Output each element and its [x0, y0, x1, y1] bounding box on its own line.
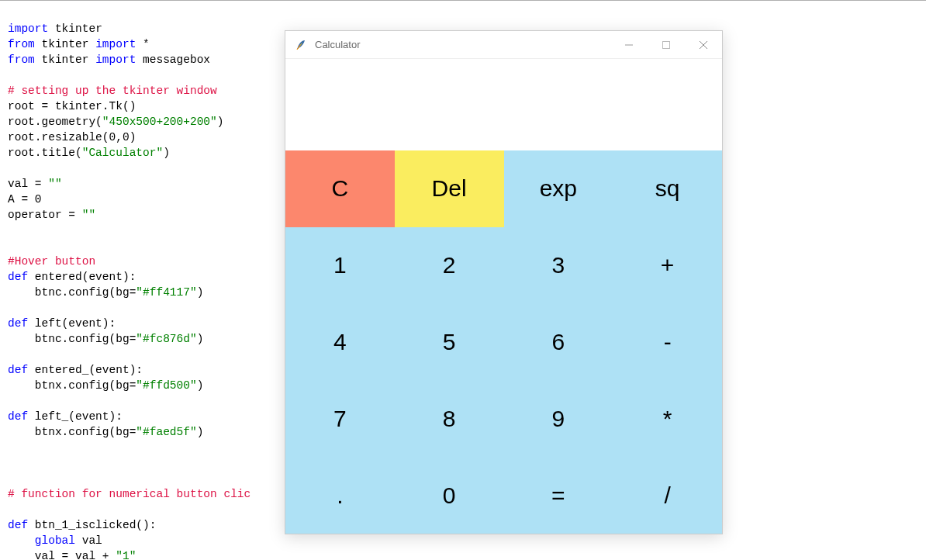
- clear-button[interactable]: C: [285, 150, 395, 227]
- digit-6-button[interactable]: 6: [504, 304, 613, 381]
- digit-1-button[interactable]: 1: [285, 227, 395, 304]
- code-token: val: [75, 534, 102, 547]
- code-token: def: [8, 364, 28, 376]
- code-token: tkinter: [35, 38, 95, 50]
- code-token: *: [136, 38, 149, 50]
- code-token: root.title(: [8, 147, 82, 159]
- exp-button[interactable]: exp: [504, 150, 613, 227]
- digit-9-button[interactable]: 9: [504, 380, 613, 457]
- code-string: "": [48, 178, 61, 190]
- close-icon: [699, 40, 708, 50]
- digit-2-button[interactable]: 2: [395, 227, 504, 304]
- divide-button[interactable]: /: [613, 457, 722, 534]
- minimize-button[interactable]: [610, 31, 648, 58]
- code-string: "1": [116, 550, 136, 560]
- code-token: btn_1_isclicked():: [28, 519, 156, 531]
- code-token: left(event):: [28, 317, 116, 330]
- code-token: btnc.config(bg=: [8, 286, 136, 299]
- minimize-icon: [624, 40, 634, 50]
- code-token: tkinter: [48, 22, 102, 35]
- code-token: entered(event):: [28, 271, 136, 283]
- code-token: A = 0: [8, 193, 42, 206]
- code-token: ): [197, 286, 204, 299]
- code-token: ): [197, 426, 204, 438]
- digit-7-button[interactable]: 7: [285, 380, 395, 457]
- code-token: ): [197, 379, 204, 392]
- digit-0-button[interactable]: 0: [395, 457, 504, 534]
- code-token: ): [163, 147, 170, 159]
- code-token: global: [8, 534, 75, 547]
- code-token: entered_(event):: [28, 364, 143, 376]
- window-controls: [610, 31, 722, 58]
- decimal-button[interactable]: .: [285, 457, 395, 534]
- code-token: def: [8, 271, 28, 283]
- code-token: import: [8, 22, 48, 35]
- code-token: left_(event):: [28, 410, 123, 423]
- sq-button[interactable]: sq: [613, 150, 722, 227]
- maximize-icon: [662, 40, 671, 50]
- code-token: def: [8, 410, 28, 423]
- digit-4-button[interactable]: 4: [285, 304, 395, 381]
- calculator-display: [285, 59, 722, 150]
- code-token: def: [8, 519, 28, 531]
- digit-3-button[interactable]: 3: [504, 227, 613, 304]
- window-title: Calculator: [315, 39, 610, 50]
- code-string: "Calculator": [82, 147, 163, 159]
- code-token: def: [8, 317, 28, 330]
- code-token: val =: [8, 178, 48, 190]
- code-token: messagebox: [136, 54, 210, 66]
- code-token: from: [8, 38, 35, 50]
- titlebar[interactable]: Calculator: [285, 31, 722, 59]
- code-token: root.geometry(: [8, 116, 102, 128]
- calculator-window: Calculator C Del exp sq 1 2 3 + 4 5: [285, 30, 723, 534]
- code-token: ): [197, 333, 204, 345]
- code-string: "#ff4117": [136, 286, 196, 299]
- close-button[interactable]: [685, 31, 722, 58]
- code-token: operator =: [8, 209, 82, 221]
- calculator-button-grid: C Del exp sq 1 2 3 + 4 5 6 - 7 8 9 * . 0…: [285, 150, 722, 534]
- code-token: from: [8, 54, 35, 66]
- code-comment: #Hover button: [8, 255, 95, 268]
- code-string: "450x500+200+200": [102, 116, 217, 128]
- digit-5-button[interactable]: 5: [395, 304, 504, 381]
- plus-button[interactable]: +: [613, 227, 722, 304]
- tkinter-feather-icon: [295, 39, 307, 51]
- code-token: import: [95, 38, 136, 50]
- code-string: "": [82, 209, 95, 221]
- code-string: "#fc876d": [136, 333, 196, 345]
- svg-rect-1: [663, 41, 670, 48]
- code-token: root.resizable(0,0): [8, 131, 136, 143]
- delete-button[interactable]: Del: [395, 150, 504, 227]
- multiply-button[interactable]: *: [613, 380, 722, 457]
- code-token: root = tkinter.Tk(): [8, 100, 136, 112]
- code-comment: # setting up the tkinter window: [8, 85, 217, 97]
- code-token: btnx.config(bg=: [8, 426, 136, 438]
- code-comment: # function for numerical button clic: [8, 488, 251, 500]
- equals-button[interactable]: =: [504, 457, 613, 534]
- maximize-button[interactable]: [648, 31, 685, 58]
- code-string: "#faed5f": [136, 426, 196, 438]
- code-token: tkinter: [35, 54, 95, 66]
- minus-button[interactable]: -: [613, 304, 722, 381]
- code-string: "#ffd500": [136, 379, 196, 392]
- code-token: import: [95, 54, 136, 66]
- code-token: btnc.config(bg=: [8, 333, 136, 345]
- code-token: ): [217, 116, 224, 128]
- code-token: val = val +: [8, 550, 116, 560]
- code-token: btnx.config(bg=: [8, 379, 136, 392]
- digit-8-button[interactable]: 8: [395, 380, 504, 457]
